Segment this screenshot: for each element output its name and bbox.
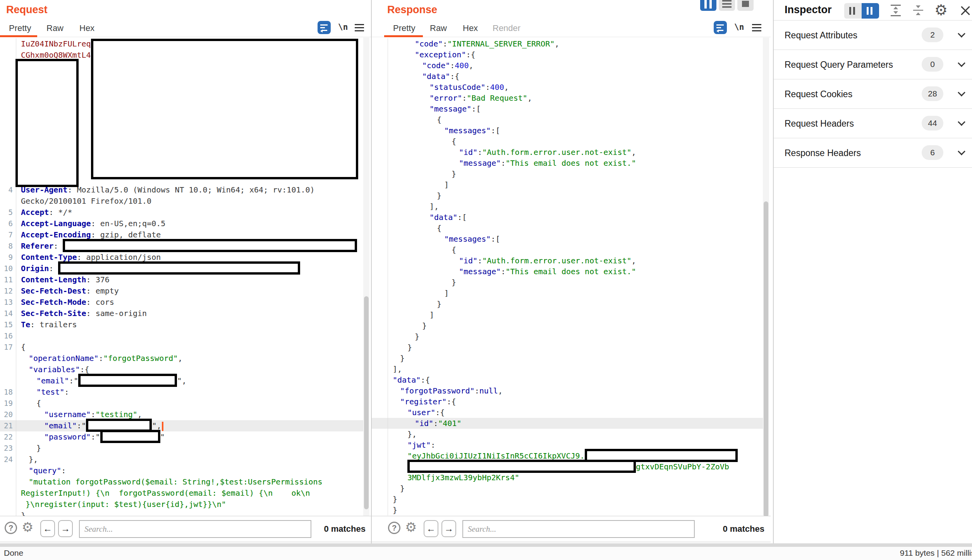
request-tab-raw[interactable]: Raw [46,23,64,33]
search-next-button[interactable]: → [441,520,456,537]
line-number [0,375,16,387]
line-number [0,364,16,375]
inspector-dock-right-button[interactable] [862,3,879,19]
code-line: Gecko/20100101 Firefox/101.0 [0,196,363,207]
close-inspector-icon[interactable] [960,5,970,16]
line-number [372,38,388,49]
line-number [0,151,16,162]
code-line: ], [372,201,763,212]
code-line: 11Content-Length: 376 [0,274,363,285]
line-number: 22 [0,431,16,443]
response-tab-raw[interactable]: Raw [430,23,447,33]
line-number [0,465,16,476]
request-tab-pretty[interactable]: Pretty [9,23,31,33]
request-tab-hex[interactable]: Hex [79,23,94,33]
response-tab-bar: Pretty Raw Hex Render [372,21,771,37]
help-icon[interactable]: ? [388,522,400,534]
layout-rows-button[interactable] [719,0,735,11]
inspector-section-count-badge: 28 [922,86,943,101]
response-search-input[interactable] [462,520,695,538]
code-line: 10Origin: [0,263,363,274]
response-tab-render[interactable]: Render [493,23,520,33]
line-number [372,223,388,234]
line-number [372,320,388,331]
collapse-all-icon[interactable] [913,5,923,16]
response-search-toolbar: ? ⚙ ← → 0 matches [372,516,771,542]
line-number [372,49,388,60]
search-prev-button[interactable]: ← [40,520,55,537]
line-number [372,429,388,440]
response-metrics: 911 bytes | 562 millis [900,548,972,558]
layout-single-button[interactable] [737,0,754,11]
inspector-dock-left-button[interactable] [844,3,862,19]
request-scrollbar[interactable] [363,38,369,516]
inspector-settings-gear-icon[interactable]: ⚙ [934,2,948,19]
code-line: "message":"This email does not exist." [372,266,763,277]
code-line: 19{ [0,398,363,409]
chevron-down-icon[interactable] [958,59,965,67]
line-number [372,201,388,212]
response-tab-pretty[interactable]: Pretty [393,23,415,33]
search-next-button[interactable]: → [58,520,73,537]
line-number [372,461,388,472]
wrap-lines-icon[interactable] [714,21,727,34]
chevron-down-icon[interactable] [958,148,965,155]
layout-columns-button[interactable] [700,0,716,11]
line-number: 6 [0,218,16,229]
redaction-box [407,460,636,473]
line-number [0,196,16,207]
request-selected-tab-underline [0,35,37,37]
line-number [0,139,16,151]
search-settings-gear-icon[interactable]: ⚙ [405,519,417,535]
line-number [372,396,388,407]
inspector-section-label: Response Headers [785,148,861,158]
inspector-section-label: Request Headers [785,119,854,129]
line-number: 10 [0,263,16,274]
line-number [372,472,388,483]
code-line: "code":"INTERNAL_SERVER_ERROR", [372,38,763,49]
wrap-lines-icon[interactable] [318,21,331,34]
show-newlines-icon[interactable]: \n [338,22,348,32]
line-number [372,374,388,385]
inspector-section-count-badge: 0 [922,57,943,72]
line-number: 18 [0,387,16,398]
search-settings-gear-icon[interactable]: ⚙ [22,519,33,535]
response-code-editor[interactable]: "code":"INTERNAL_SERVER_ERROR","exceptio… [372,38,763,516]
inspector-section-count-badge: 6 [922,145,943,160]
code-line: } [0,510,363,516]
line-number [372,179,388,190]
status-bar: Done 911 bytes | 562 millis [0,547,972,560]
line-number: 20 [0,409,16,420]
line-number: 17 [0,342,16,353]
response-tab-hex[interactable]: Hex [463,23,478,33]
request-search-input[interactable] [79,520,311,538]
line-number: 14 [0,308,16,319]
line-number [372,266,388,277]
editor-menu-icon[interactable] [355,24,364,33]
line-number: 19 [0,398,16,409]
chevron-down-icon[interactable] [958,118,965,126]
code-line: 13Sec-Fetch-Mode: cors [0,297,363,308]
inspector-title: Inspector [785,4,832,16]
expand-all-icon[interactable] [891,5,901,16]
line-number: 8 [0,240,16,252]
redaction-box [15,59,79,187]
code-line: } [372,299,763,309]
code-line: "error":"Bad Request", [372,93,763,103]
chevron-down-icon[interactable] [958,89,965,96]
status-message: Done [4,548,23,558]
show-newlines-icon[interactable]: \n [734,22,744,32]
line-number: 4 [0,184,16,196]
code-line: "message":[ [372,103,763,114]
inspector-section-label: Request Query Parameters [785,60,893,70]
line-number: 16 [0,330,16,342]
code-line: 16 [0,330,363,342]
help-icon[interactable]: ? [5,522,17,534]
search-prev-button[interactable]: ← [424,520,438,537]
editor-menu-icon[interactable] [752,24,761,33]
response-scrollbar[interactable] [763,38,769,516]
request-search-toolbar: ? ⚙ ← → 0 matches [0,516,371,542]
response-panel: Response Pretty Raw Hex Render \n "code"… [372,0,771,543]
chevron-down-icon[interactable] [958,30,965,38]
code-line: "messages":[ [372,125,763,136]
